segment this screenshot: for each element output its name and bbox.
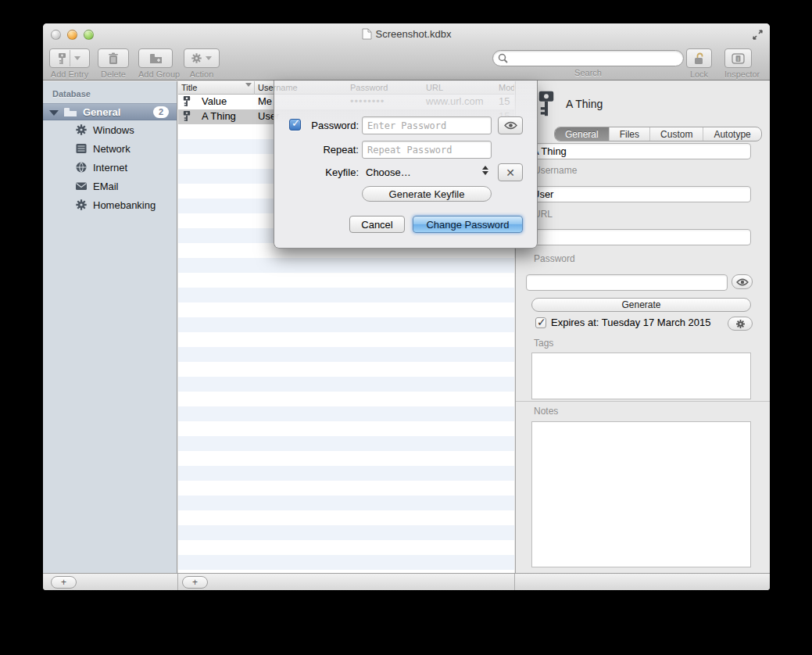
- change-password-button[interactable]: Change Password: [413, 216, 523, 233]
- tab-general[interactable]: General: [555, 127, 610, 141]
- password-field[interactable]: [526, 274, 728, 291]
- entry-title: Value: [202, 95, 227, 107]
- toolbar: Add Entry Delete Add Group: [43, 45, 770, 81]
- gear-icon: [75, 123, 88, 136]
- generate-keyfile-button[interactable]: Generate Keyfile: [362, 186, 492, 202]
- sheet-repeat-input[interactable]: [362, 141, 492, 159]
- server-icon: [75, 142, 88, 155]
- window-chrome: Screenshot.kdbx Add Entry: [43, 23, 770, 81]
- entry-username: Me: [258, 95, 272, 107]
- section-divider: [516, 401, 770, 402]
- cancel-button[interactable]: Cancel: [349, 216, 405, 233]
- sidebar-item-label: Homebanking: [93, 199, 156, 211]
- change-password-sheet: Password: Repeat: Keyfile: Choose… ✕ Gen…: [274, 81, 538, 249]
- eye-icon: [736, 278, 749, 286]
- envelope-icon: [75, 180, 88, 192]
- bottom-bar: + +: [43, 573, 770, 590]
- divider: [177, 574, 178, 590]
- reveal-password-button[interactable]: [732, 274, 753, 289]
- gear-icon: [735, 319, 746, 329]
- folder-icon: [63, 106, 77, 117]
- sheet-reveal-password-button[interactable]: [498, 116, 523, 134]
- sheet-password-label: Password:: [274, 120, 359, 131]
- search-area: Search: [492, 50, 684, 77]
- key-icon: [182, 110, 191, 122]
- sheet-repeat-label: Repeat:: [274, 144, 359, 156]
- lock-button[interactable]: Lock: [686, 48, 712, 79]
- username-field[interactable]: [526, 186, 751, 202]
- sidebar-item-label: General: [83, 106, 120, 118]
- inspector-button[interactable]: i Inspector: [724, 48, 760, 79]
- sidebar-item-general[interactable]: General 2: [43, 103, 177, 120]
- fullscreen-icon[interactable]: [752, 29, 764, 41]
- sidebar-item-label: Windows: [93, 124, 134, 136]
- inspector-panel: A Thing General Files Custom Autotype Us…: [515, 81, 770, 573]
- close-icon: ✕: [506, 166, 515, 179]
- add-group-plus-button[interactable]: +: [51, 576, 77, 589]
- delete-button[interactable]: Delete: [98, 48, 129, 79]
- password-label: Password: [534, 253, 575, 264]
- app-window: Screenshot.kdbx Add Entry: [43, 23, 770, 590]
- sidebar-item-label: Network: [93, 143, 131, 155]
- folder-plus-icon: [149, 53, 163, 64]
- window-title: Screenshot.kdbx: [43, 28, 770, 40]
- expires-settings-button[interactable]: [728, 317, 753, 331]
- sidebar-item-homebanking[interactable]: Homebanking: [43, 195, 177, 214]
- tags-label: Tags: [534, 338, 553, 349]
- generate-password-button[interactable]: Generate: [531, 298, 751, 312]
- chevron-down-icon: [206, 56, 212, 60]
- tags-input[interactable]: [531, 353, 751, 399]
- inspector-tabs: General Files Custom Autotype: [554, 127, 762, 141]
- eye-icon: [504, 121, 517, 130]
- sidebar-item-windows[interactable]: Windows: [43, 120, 177, 139]
- column-header-title[interactable]: Title: [181, 83, 197, 92]
- tab-custom[interactable]: Custom: [650, 127, 703, 141]
- search-icon: [498, 53, 508, 63]
- tab-autotype[interactable]: Autotype: [703, 127, 760, 141]
- sort-descending-icon: [245, 83, 252, 87]
- key-icon: [57, 52, 67, 65]
- expires-checkbox[interactable]: [535, 317, 546, 328]
- sidebar-item-label: Internet: [93, 162, 127, 174]
- key-icon: [537, 89, 556, 118]
- document-icon: [362, 28, 372, 40]
- sidebar-header: Database: [43, 81, 177, 103]
- inspector-entry-title: A Thing: [566, 98, 603, 110]
- search-input[interactable]: [492, 50, 684, 66]
- entry-title: A Thing: [202, 110, 236, 122]
- unlock-icon: [693, 52, 705, 65]
- column-divider[interactable]: [254, 81, 255, 95]
- gear-icon: [191, 52, 202, 64]
- sidebar-item-label: EMail: [93, 181, 119, 192]
- divider: [514, 574, 515, 590]
- key-icon: [182, 95, 191, 107]
- tab-files[interactable]: Files: [610, 127, 650, 141]
- url-field[interactable]: [526, 229, 751, 245]
- chevron-down-icon: [74, 56, 80, 60]
- trash-icon: [108, 52, 119, 65]
- username-label: Username: [534, 165, 577, 176]
- sidebar: Database General 2 Windows Network: [43, 81, 177, 573]
- sidebar-item-internet[interactable]: Internet: [43, 158, 177, 177]
- add-entry-button[interactable]: Add Entry: [49, 48, 90, 79]
- expires-label: Expires at: Tuesday 17 March 2015: [551, 317, 711, 328]
- expires-row: Expires at: Tuesday 17 March 2015: [535, 317, 711, 328]
- sheet-password-input[interactable]: [362, 116, 492, 134]
- stepper-arrows-icon[interactable]: [482, 166, 488, 175]
- action-button[interactable]: Action: [184, 48, 220, 79]
- info-icon: i: [732, 53, 745, 64]
- add-entry-plus-button[interactable]: +: [182, 576, 208, 589]
- sidebar-item-email[interactable]: EMail: [43, 177, 177, 195]
- group-count-badge: 2: [153, 106, 169, 118]
- sheet-keyfile-label: Keyfile:: [274, 166, 359, 178]
- globe-icon: [75, 161, 88, 174]
- title-field[interactable]: [526, 143, 751, 159]
- clear-keyfile-button[interactable]: ✕: [498, 163, 523, 181]
- notes-label: Notes: [534, 406, 558, 417]
- keyfile-popup[interactable]: Choose…: [366, 166, 411, 178]
- disclosure-triangle-icon[interactable]: [49, 110, 59, 116]
- sidebar-item-network[interactable]: Network: [43, 139, 177, 158]
- notes-input[interactable]: [531, 421, 751, 567]
- add-group-button[interactable]: Add Group: [138, 48, 180, 79]
- titlebar[interactable]: Screenshot.kdbx: [43, 23, 770, 45]
